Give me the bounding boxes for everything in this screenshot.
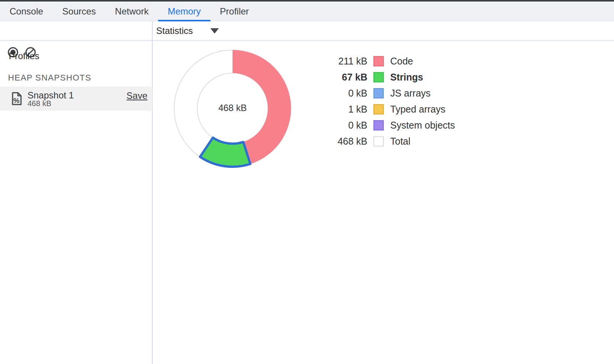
legend-swatch-icon — [373, 136, 384, 147]
sidebar-item-snapshot-1[interactable]: % Snapshot 1 468 kB Save — [0, 87, 152, 111]
toolbar-divider — [0, 40, 614, 41]
legend-swatch-icon — [373, 120, 384, 130]
chevron-down-icon — [210, 28, 219, 34]
legend-value: 0 kB — [321, 88, 367, 99]
sidebar-divider — [152, 21, 153, 364]
heap-snapshot-file-icon: % — [11, 92, 22, 106]
legend-value: 1 kB — [321, 104, 367, 115]
legend-row-typed-arrays[interactable]: 1 kB Typed arrays — [321, 104, 455, 114]
perspective-dropdown[interactable]: Statistics — [156, 26, 219, 36]
legend-label: Typed arrays — [390, 104, 446, 115]
legend-row-total[interactable]: 468 kB Total — [321, 136, 455, 147]
donut-total-label: 468 kB — [202, 102, 263, 114]
save-snapshot-link[interactable]: Save — [126, 90, 147, 101]
memory-view-toolbar: Statistics — [153, 21, 614, 40]
devtools-memory-panel: Console Sources Network Memory Profiler … — [0, 0, 614, 364]
legend-value: 211 kB — [321, 56, 367, 67]
tab-memory-label: Memory — [168, 6, 201, 17]
snapshot-size: 468 kB — [27, 99, 51, 108]
legend-label: System objects — [390, 120, 455, 131]
legend-swatch-icon — [373, 104, 384, 114]
legend-swatch-icon — [373, 72, 384, 82]
legend-label: JS arrays — [390, 88, 431, 99]
legend-swatch-icon — [373, 88, 384, 98]
perspective-dropdown-value: Statistics — [156, 26, 193, 36]
tab-sources[interactable]: Sources — [53, 2, 105, 21]
profiles-heading: Profiles — [9, 51, 39, 61]
devtools-tab-bar: Console Sources Network Memory Profiler — [0, 2, 614, 21]
tab-console[interactable]: Console — [0, 2, 53, 21]
svg-text:%: % — [13, 97, 19, 105]
tab-network[interactable]: Network — [105, 2, 158, 21]
legend-row-js-arrays[interactable]: 0 kB JS arrays — [321, 88, 455, 98]
legend-label: Strings — [390, 72, 423, 83]
donut-slice-strings[interactable] — [200, 138, 250, 167]
legend-value: 468 kB — [321, 136, 367, 147]
legend-swatch-icon — [373, 56, 384, 66]
legend-label: Code — [390, 56, 413, 67]
legend-value: 67 kB — [321, 72, 367, 83]
legend-row-strings[interactable]: 67 kB Strings — [321, 72, 455, 82]
legend-row-system-objects[interactable]: 0 kB System objects — [321, 120, 455, 130]
heap-snapshots-section-heading: HEAP SNAPSHOTS — [8, 73, 91, 83]
legend-label: Total — [390, 136, 410, 147]
tab-memory[interactable]: Memory — [158, 2, 210, 21]
heap-statistics-legend: 211 kB Code 67 kB Strings 0 kB JS arrays… — [321, 56, 455, 152]
profiles-toolbar — [0, 21, 152, 40]
legend-value: 0 kB — [321, 120, 367, 131]
tab-profiler[interactable]: Profiler — [210, 2, 259, 21]
legend-row-code[interactable]: 211 kB Code — [321, 56, 455, 66]
